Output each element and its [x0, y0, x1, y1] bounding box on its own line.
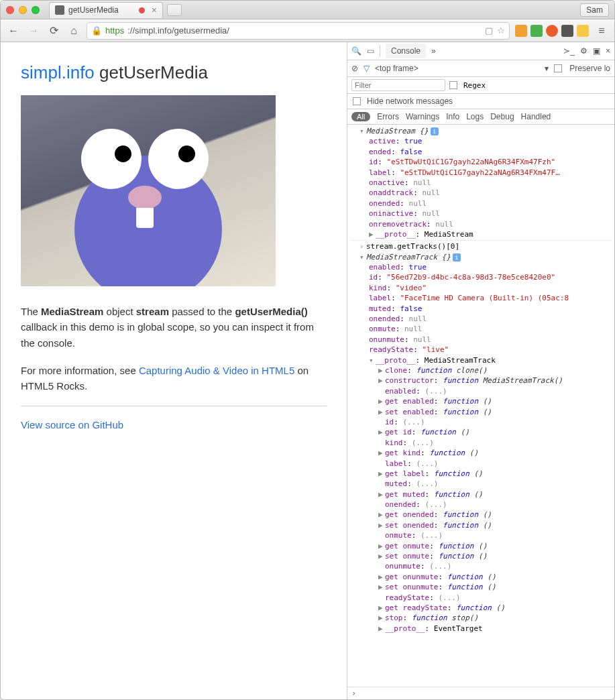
profile-button[interactable]: Sam: [580, 3, 609, 17]
extension-icon[interactable]: [530, 25, 543, 37]
level-info[interactable]: Info: [446, 112, 459, 121]
browser-tab[interactable]: getUserMedia ×: [49, 2, 163, 18]
more-tabs-icon[interactable]: »: [431, 46, 436, 56]
browser-toolbar: ← → ⟳ ⌂ 🔒 https://simpl.info/getusermedi…: [1, 19, 614, 42]
preserve-log-label: Preserve lo: [569, 64, 610, 73]
url-path: ://simpl.info/getusermedia/: [127, 25, 229, 36]
console-tab[interactable]: Console: [386, 44, 426, 58]
level-debug[interactable]: Debug: [490, 112, 514, 121]
hide-network-checkbox[interactable]: [353, 97, 361, 105]
filter-funnel-icon[interactable]: ▽: [364, 64, 370, 73]
level-warnings[interactable]: Warnings: [406, 112, 439, 121]
close-devtools-icon[interactable]: ×: [606, 46, 610, 56]
clear-console-icon[interactable]: ⊘: [351, 64, 358, 73]
github-link[interactable]: View source on GitHub: [21, 419, 123, 430]
page-content: simpl.info getUserMedia The MediaStream …: [1, 42, 347, 699]
menu-button[interactable]: ≡: [594, 23, 609, 38]
regex-label: Regex: [463, 81, 486, 90]
dock-icon[interactable]: ▣: [593, 46, 600, 56]
bookmark-star-icon[interactable]: ☆: [497, 25, 505, 36]
address-bar[interactable]: 🔒 https://simpl.info/getusermedia/ ▢ ☆: [87, 22, 510, 40]
title-link[interactable]: simpl.info: [21, 62, 95, 82]
extensions-area: [515, 25, 589, 37]
reload-button[interactable]: ⟳: [46, 23, 61, 38]
cast-icon[interactable]: [561, 25, 573, 37]
hide-network-label: Hide network messages: [367, 97, 453, 106]
capturing-link[interactable]: Capturing Audio & Video in HTML5: [139, 365, 294, 376]
close-window-button[interactable]: [6, 6, 14, 14]
devtools-panel: 🔍 ▭ Console » ≻_ ⚙ ▣ × ⊘ ▽ <top frame> ▾: [347, 42, 614, 699]
devtools-filter-row: Regex: [347, 77, 614, 94]
video-preview: [21, 95, 276, 286]
browser-tabbar: getUserMedia × Sam: [1, 1, 614, 19]
devtools-context-row: ⊘ ▽ <top frame> ▾ Preserve lo: [347, 60, 614, 77]
frame-selector[interactable]: <top frame> ▾: [375, 64, 549, 73]
lock-icon: 🔒: [91, 25, 102, 36]
level-errors[interactable]: Errors: [377, 112, 399, 121]
window-controls: [6, 6, 40, 14]
search-icon[interactable]: 🔍: [351, 46, 361, 56]
level-logs[interactable]: Logs: [466, 112, 484, 121]
back-button[interactable]: ←: [6, 23, 21, 38]
close-tab-icon[interactable]: ×: [152, 5, 157, 15]
console-output[interactable]: ▾MediaStream {}iactive: trueended: false…: [347, 125, 614, 687]
tab-title: getUserMedia: [68, 5, 119, 15]
chevron-down-icon: ▾: [545, 64, 549, 73]
new-tab-button[interactable]: [167, 4, 182, 16]
console-prompt[interactable]: ›: [347, 687, 614, 699]
filter-input[interactable]: [351, 79, 445, 91]
level-handled[interactable]: Handled: [521, 112, 551, 121]
favicon-icon: [55, 5, 64, 15]
devtools-levels-row: All Errors Warnings Info Logs Debug Hand…: [347, 109, 614, 125]
device-icon[interactable]: ▭: [367, 46, 374, 56]
url-scheme: https: [105, 25, 124, 36]
regex-checkbox[interactable]: [449, 81, 457, 89]
title-rest: getUserMedia: [95, 62, 208, 82]
devtools-hide-row: Hide network messages: [347, 94, 614, 109]
recording-indicator-icon: [139, 7, 145, 13]
page-title: simpl.info getUserMedia: [21, 62, 327, 83]
preserve-log-checkbox[interactable]: [554, 64, 562, 72]
extension-icon[interactable]: [577, 25, 589, 37]
extension-icon[interactable]: [546, 25, 558, 37]
level-all[interactable]: All: [351, 112, 370, 121]
devtools-toolbar: 🔍 ▭ Console » ≻_ ⚙ ▣ ×: [347, 42, 614, 60]
camera-icon[interactable]: ▢: [485, 25, 493, 36]
forward-button[interactable]: →: [26, 23, 41, 38]
maximize-window-button[interactable]: [32, 6, 40, 14]
drawer-icon[interactable]: ≻_: [563, 46, 575, 56]
minimize-window-button[interactable]: [19, 6, 27, 14]
paragraph: The MediaStream object stream passed to …: [21, 304, 327, 351]
settings-gear-icon[interactable]: ⚙: [580, 46, 588, 56]
home-button[interactable]: ⌂: [66, 23, 81, 38]
extension-icon[interactable]: [515, 25, 527, 37]
divider: [21, 406, 327, 406]
paragraph: For more information, see Capturing Audi…: [21, 363, 327, 394]
